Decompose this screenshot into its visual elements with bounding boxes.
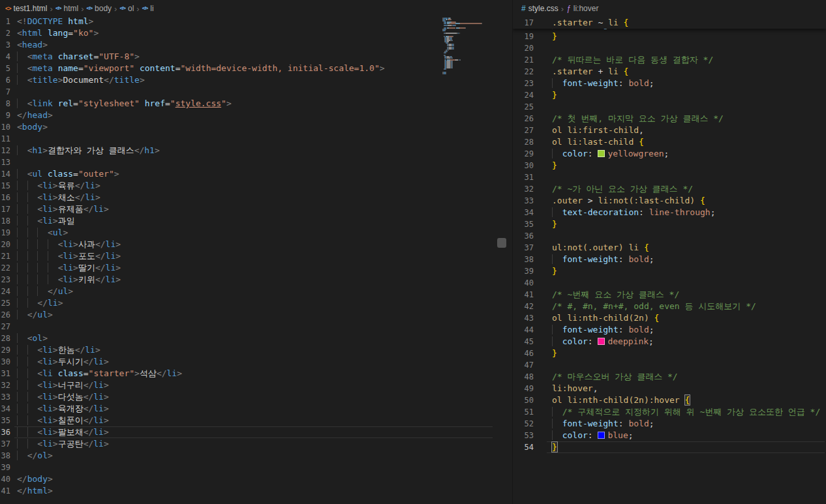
code-line-32[interactable]: 32 <li>너구리</li> [0, 379, 512, 391]
line-number[interactable]: 25 [0, 297, 10, 309]
line-number[interactable]: 16 [0, 192, 10, 203]
line-number[interactable]: 39 [0, 462, 10, 473]
line-number[interactable]: 37 [513, 242, 534, 254]
line-number[interactable]: 23 [513, 78, 534, 89]
line-number[interactable]: 31 [513, 171, 534, 183]
line-number[interactable]: 29 [0, 344, 10, 356]
code-line-31[interactable]: 31 <li class="starter">석삼</li> [0, 368, 512, 379]
breadcrumb-symbol-body[interactable]: </> body [86, 3, 112, 14]
line-number[interactable]: 14 [0, 168, 10, 180]
line-number[interactable]: 41 [0, 485, 10, 497]
code-editor-html[interactable]: 1<!DOCTYPE html>2<html lang="ko">3<head>… [0, 0, 512, 504]
code-line-27[interactable]: 27ol li:first-child, [513, 125, 826, 136]
code-line-46[interactable]: 46} [513, 348, 826, 359]
line-number[interactable]: 18 [0, 215, 10, 227]
code-line-34[interactable]: 34 text-decoration: line-through; [513, 207, 826, 218]
code-editor-css[interactable]: 18 font-weight: bold;19}2021/* 뒤따르는 바로 다… [513, 0, 826, 504]
line-number[interactable]: 44 [513, 324, 534, 336]
code-line-6[interactable]: 6 <title>Document</title> [0, 74, 512, 86]
code-line-53[interactable]: 53 color: blue; [513, 430, 826, 441]
line-number[interactable]: 1 [0, 16, 10, 27]
line-number[interactable]: 24 [513, 89, 534, 101]
line-number[interactable]: 30 [513, 160, 534, 171]
code-line-24[interactable]: 24 </ul> [0, 286, 512, 297]
code-line-28[interactable]: 28 <ol> [0, 333, 512, 344]
code-line-2[interactable]: 2<html lang="ko"> [0, 27, 512, 39]
line-number[interactable]: 4 [0, 51, 10, 63]
code-line-34[interactable]: 34 <li>육개장</li> [0, 403, 512, 415]
code-line-39[interactable]: 39} [513, 265, 826, 277]
code-line-12[interactable]: 12 <h1>결합자와 가상 클래스</h1> [0, 145, 512, 156]
line-number[interactable]: 20 [0, 239, 10, 250]
code-line-25[interactable]: 25 </li> [0, 297, 512, 309]
code-line-37[interactable]: 37 <li>구공탄</li> [0, 438, 512, 450]
line-number[interactable]: 30 [0, 356, 10, 368]
line-number[interactable]: 27 [513, 125, 534, 136]
code-line-9[interactable]: 9</head> [0, 110, 512, 121]
line-number[interactable]: 6 [0, 74, 10, 86]
line-number[interactable]: 20 [513, 42, 534, 54]
line-number[interactable]: 38 [513, 254, 534, 265]
line-number[interactable]: 3 [0, 39, 10, 51]
line-number[interactable]: 11 [0, 133, 10, 145]
line-number[interactable]: 17 [513, 17, 534, 29]
code-line-51[interactable]: 51 /* 구체적으로 지정하기 위해 위 ~번째 가상 요소또한 언급 */ [513, 406, 826, 418]
code-line-43[interactable]: 43ol li:nth-child(2n) { [513, 312, 826, 324]
code-line-10[interactable]: 10<body> [0, 121, 512, 133]
line-number[interactable]: 12 [0, 145, 10, 156]
code-line-32[interactable]: 32/* ~가 아닌 요소 가상 클래스 */ [513, 183, 826, 195]
code-line-29[interactable]: 29 <li>한놈</li> [0, 344, 512, 356]
code-line-8[interactable]: 8 <link rel="stylesheet" href="style.css… [0, 98, 512, 110]
line-number[interactable]: 34 [0, 403, 10, 415]
code-line-27[interactable]: 27 [0, 321, 512, 333]
code-line-35[interactable]: 35 <li>칠푼이</li> [0, 415, 512, 426]
color-swatch-deeppink[interactable] [598, 338, 605, 345]
code-line-54[interactable]: 54} [513, 441, 826, 453]
line-number[interactable]: 39 [513, 265, 534, 277]
code-line-35[interactable]: 35} [513, 218, 826, 230]
line-number[interactable]: 35 [513, 218, 534, 230]
line-number[interactable]: 29 [513, 148, 534, 160]
code-line-41[interactable]: 41/* ~번째 요소 가상 클래스 */ [513, 289, 826, 301]
line-number[interactable]: 22 [513, 66, 534, 78]
code-line-20[interactable]: 20 <li>사과</li> [0, 239, 512, 250]
code-line-17[interactable]: 17 <li>유제품</li> [0, 203, 512, 215]
code-line-19[interactable]: 19 <ul> [0, 227, 512, 239]
line-number[interactable]: 5 [0, 63, 10, 74]
line-number[interactable]: 26 [513, 113, 534, 125]
code-line-33[interactable]: 33.outer > li:not(:last-child) { [513, 195, 826, 207]
line-number[interactable]: 31 [0, 368, 10, 379]
code-line-11[interactable]: 11 [0, 133, 512, 145]
line-number[interactable]: 40 [513, 277, 534, 289]
code-line-21[interactable]: 21 <li>포도</li> [0, 250, 512, 262]
line-number[interactable]: 41 [513, 289, 534, 301]
line-number[interactable]: 52 [513, 418, 534, 430]
code-line-50[interactable]: 50ol li:nth-child(2n):hover { [513, 394, 826, 406]
code-line-25[interactable]: 25 [513, 101, 826, 113]
code-line-38[interactable]: 38 font-weight: bold; [513, 254, 826, 265]
line-number[interactable]: 24 [0, 286, 10, 297]
code-line-22[interactable]: 22 <li>딸기</li> [0, 262, 512, 274]
code-line-42[interactable]: 42/* #, #n, #n+#, odd, even 등 시도해보기 */ [513, 301, 826, 312]
line-number[interactable]: 42 [513, 301, 534, 312]
code-line-33[interactable]: 33 <li>다섯놈</li> [0, 391, 512, 403]
code-line-38[interactable]: 38 </ol> [0, 450, 512, 462]
breadcrumb-file-css[interactable]: # style.css [521, 3, 558, 14]
code-line-26[interactable]: 26 </ul> [0, 309, 512, 321]
line-number[interactable]: 28 [513, 136, 534, 148]
line-number[interactable]: 2 [0, 27, 10, 39]
breadcrumb-symbol-ol[interactable]: </> ol [119, 3, 134, 14]
line-number[interactable]: 36 [513, 230, 534, 242]
line-number[interactable]: 25 [513, 101, 534, 113]
breadcrumb-symbol-li[interactable]: </> li [142, 3, 154, 14]
code-line-23[interactable]: 23 font-weight: bold; [513, 78, 826, 89]
code-line-48[interactable]: 48/* 마우스오버 가상 클래스 */ [513, 371, 826, 383]
code-line-15[interactable]: 15 <li>육류</li> [0, 180, 512, 192]
code-line-24[interactable]: 24} [513, 89, 826, 101]
code-line-18[interactable]: 18 <li>과일 [0, 215, 512, 227]
line-number[interactable]: 53 [513, 430, 534, 441]
code-line-7[interactable]: 7 [0, 86, 512, 98]
line-number[interactable]: 51 [513, 406, 534, 418]
breadcrumb-symbol-html[interactable]: </> html [55, 3, 78, 14]
code-line-37[interactable]: 37ul:not(.outer) li { [513, 242, 826, 254]
